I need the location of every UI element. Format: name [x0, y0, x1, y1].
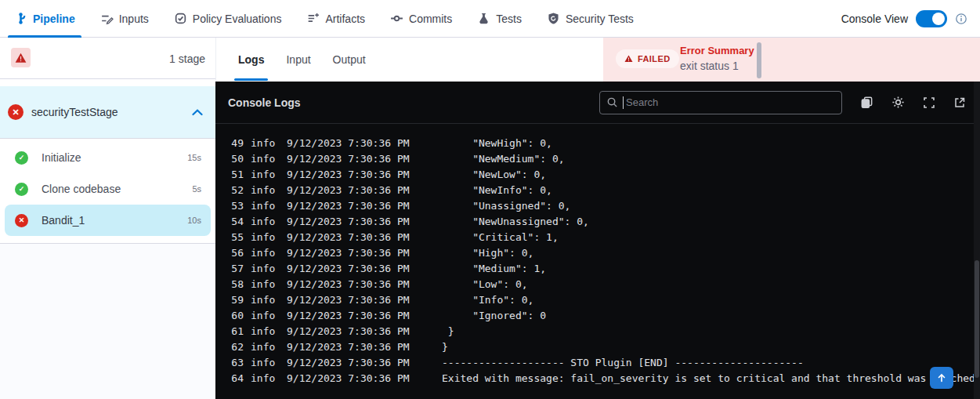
error-summary-message: exit status 1	[680, 58, 754, 74]
log-line: 55info9/12/2023 7:30:36 PM "Critical": 1…	[215, 230, 980, 245]
step-clone-codebase[interactable]: ✓ Clone codebase 5s	[5, 173, 211, 205]
log-timestamp: 9/12/2023 7:30:36 PM	[287, 245, 410, 261]
step-bandit-1[interactable]: ✕ Bandit_1 10s	[5, 205, 211, 236]
pipeline-execution-page: Pipeline Inputs Policy Evaluations Artif…	[0, 0, 980, 399]
error-banner-scrollbar[interactable]	[757, 42, 761, 78]
log-message: "Critical": 1,	[442, 230, 559, 245]
console-scrollbar-thumb[interactable]	[975, 260, 979, 378]
log-timestamp: 9/12/2023 7:30:36 PM	[287, 136, 410, 151]
inputs-icon	[100, 12, 114, 25]
log-line-number: 52	[228, 183, 244, 198]
tab-logs[interactable]: Logs	[238, 38, 264, 82]
toggle-knob	[932, 13, 945, 25]
tab-output[interactable]: Output	[333, 38, 366, 82]
log-line-number: 61	[228, 324, 244, 339]
log-line-number: 60	[228, 308, 244, 324]
settings-gear-icon[interactable]	[891, 96, 905, 109]
log-level: info	[251, 198, 276, 214]
search-icon	[606, 96, 618, 108]
log-level: info	[251, 245, 276, 261]
log-level: info	[251, 324, 276, 339]
info-icon[interactable]	[955, 13, 967, 25]
log-timestamp: 9/12/2023 7:30:36 PM	[287, 214, 410, 230]
log-line-number: 50	[228, 151, 244, 167]
log-message: "Medium": 1,	[442, 261, 546, 277]
log-level: info	[251, 136, 276, 151]
log-line: 64info9/12/2023 7:30:36 PMExited with me…	[215, 371, 980, 386]
top-nav: Pipeline Inputs Policy Evaluations Artif…	[0, 0, 980, 38]
log-timestamp: 9/12/2023 7:30:36 PM	[287, 230, 410, 245]
log-line: 57info9/12/2023 7:30:36 PM "Medium": 1,	[215, 261, 980, 277]
policy-check-icon	[174, 12, 187, 25]
sidebar-empty-area	[0, 243, 215, 399]
success-check-icon: ✓	[15, 183, 28, 196]
log-line: 63info9/12/2023 7:30:36 PM--------------…	[215, 355, 980, 371]
failed-triangle-icon	[624, 55, 633, 63]
tab-pipeline[interactable]: Pipeline	[14, 0, 75, 38]
chevron-up-icon[interactable]	[192, 109, 203, 116]
log-line: 52info9/12/2023 7:30:36 PM "NewInfo": 0,	[215, 183, 980, 198]
log-line: 53info9/12/2023 7:30:36 PM "Unassigned":…	[215, 198, 980, 214]
log-level: info	[251, 167, 276, 183]
log-level: info	[251, 151, 276, 167]
pipeline-warning-badge	[11, 48, 31, 67]
commit-icon	[390, 12, 403, 25]
log-level: info	[251, 261, 276, 277]
log-level: info	[251, 183, 276, 198]
scroll-to-top-button[interactable]	[930, 367, 953, 389]
console-view-toggle[interactable]	[916, 10, 947, 27]
log-line: 51info9/12/2023 7:30:36 PM "NewLow": 0,	[215, 167, 980, 183]
log-level: info	[251, 339, 276, 355]
open-in-new-window-icon[interactable]	[953, 96, 966, 109]
copy-logs-icon[interactable]	[860, 96, 873, 109]
step-detail-tabs: Logs Input Output	[215, 38, 603, 82]
log-timestamp: 9/12/2023 7:30:36 PM	[287, 324, 410, 339]
console-panel: Console Logs 49info9/12/2023 7:30:36 PM …	[215, 82, 980, 399]
console-scrollbar[interactable]	[974, 82, 980, 399]
console-title: Console Logs	[228, 96, 301, 109]
log-timestamp: 9/12/2023 7:30:36 PM	[287, 261, 410, 277]
tab-inputs[interactable]: Inputs	[100, 0, 149, 38]
log-message: "NewInfo": 0,	[442, 183, 552, 198]
error-summary-title: Error Summary	[680, 44, 754, 58]
log-line: 54info9/12/2023 7:30:36 PM "NewUnassigne…	[215, 214, 980, 230]
log-level: info	[251, 308, 276, 324]
tab-label: Artifacts	[325, 13, 365, 25]
log-message: "NewMedium": 0,	[442, 151, 565, 167]
artifacts-list-plus-icon	[306, 12, 320, 25]
log-timestamp: 9/12/2023 7:30:36 PM	[287, 371, 410, 386]
log-timestamp: 9/12/2023 7:30:36 PM	[287, 292, 410, 308]
stage-failed-icon: ✕	[8, 104, 24, 120]
log-level: info	[251, 355, 276, 371]
fullscreen-icon[interactable]	[923, 96, 935, 109]
log-line-number: 64	[228, 371, 244, 386]
log-level: info	[251, 371, 276, 386]
log-line-number: 63	[228, 355, 244, 371]
log-timestamp: 9/12/2023 7:30:36 PM	[287, 339, 410, 355]
log-message: "High": 0,	[442, 245, 533, 261]
tab-label: Pipeline	[33, 13, 75, 25]
console-view-controls: Console View	[841, 0, 967, 38]
log-line: 61info9/12/2023 7:30:36 PM }	[215, 324, 980, 339]
tab-input[interactable]: Input	[286, 38, 310, 82]
log-lines[interactable]: 49info9/12/2023 7:30:36 PM "NewHigh": 0,…	[215, 124, 980, 399]
console-view-label: Console View	[841, 13, 908, 25]
log-line-number: 53	[228, 198, 244, 214]
step-initialize[interactable]: ✓ Initialize 15s	[5, 142, 211, 173]
tab-artifacts[interactable]: Artifacts	[306, 0, 365, 38]
warning-triangle-icon	[15, 53, 27, 63]
log-search-box[interactable]	[599, 91, 842, 114]
stage-row-securityteststage[interactable]: ✕ securityTestStage	[0, 86, 215, 139]
log-message: }	[442, 339, 448, 355]
log-message: "NewLow": 0,	[442, 167, 546, 183]
tab-commits[interactable]: Commits	[390, 0, 452, 38]
step-duration: 15s	[187, 153, 201, 162]
log-message: "Ignored": 0	[442, 308, 546, 324]
log-timestamp: 9/12/2023 7:30:36 PM	[287, 183, 410, 198]
tab-tests[interactable]: Tests	[477, 0, 522, 38]
search-input[interactable]	[623, 96, 835, 109]
tab-security-tests[interactable]: Security Tests	[547, 0, 634, 38]
tab-label: Tests	[496, 13, 522, 25]
tab-label: Inputs	[119, 13, 149, 25]
tab-policy-evaluations[interactable]: Policy Evaluations	[174, 0, 282, 38]
